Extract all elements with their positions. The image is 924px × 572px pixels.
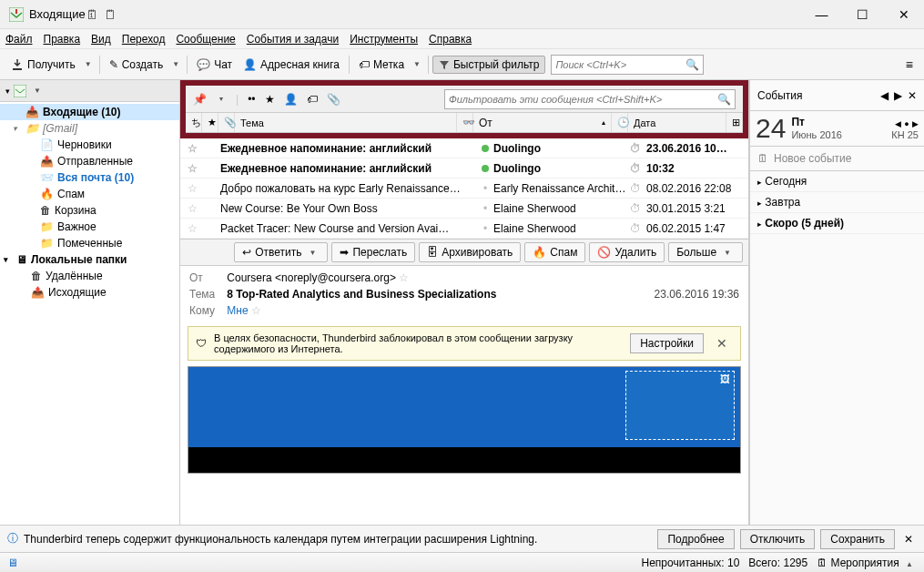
forward-button[interactable]: ➡Переслать: [331, 242, 415, 262]
minimize-button[interactable]: —: [801, 2, 842, 27]
column-picker[interactable]: ⊞: [726, 113, 743, 132]
star-contact-icon[interactable]: ☆: [399, 271, 409, 284]
from-value[interactable]: Coursera <noreply@coursera.org>: [227, 271, 396, 284]
junk-column[interactable]: 🕒: [612, 113, 628, 132]
menu-help[interactable]: Справка: [429, 33, 472, 46]
folder-исходящие[interactable]: 📤Исходящие: [0, 284, 179, 301]
tag-button[interactable]: 🏷 Метка: [353, 56, 410, 74]
save-button[interactable]: Сохранить: [820, 529, 895, 549]
soon-section[interactable]: ▸ Скоро (5 дней): [750, 213, 924, 234]
search-icon[interactable]: 🔍: [685, 58, 699, 71]
folder-вся-почта-10-[interactable]: 📨Вся почта (10): [0, 169, 179, 186]
get-mail-button[interactable]: Получить: [5, 56, 81, 74]
star-me-icon[interactable]: ☆: [251, 304, 261, 317]
menu-message[interactable]: Сообщение: [176, 33, 235, 46]
addressbook-button[interactable]: 👤 Адресная книга: [238, 56, 345, 74]
message-row[interactable]: ☆Ежедневное напоминание: английскийDuoli…: [180, 138, 748, 158]
menu-go[interactable]: Переход: [122, 33, 166, 46]
message-row[interactable]: ☆Добро пожаловать на курс Early Renaissa…: [180, 179, 748, 199]
from-column[interactable]: От▴: [473, 113, 612, 132]
menu-button[interactable]: ≡: [900, 57, 919, 72]
star-icon[interactable]: ☆: [184, 202, 200, 215]
security-settings-button[interactable]: Настройки: [630, 333, 704, 353]
date-column[interactable]: Дата: [628, 113, 726, 132]
star-filter-icon[interactable]: ★: [265, 93, 275, 106]
close-button[interactable]: ✕: [883, 2, 924, 27]
folder-помеченные[interactable]: 📁Помеченные: [0, 235, 179, 251]
star-icon[interactable]: ☆: [184, 182, 200, 195]
message-body[interactable]: [188, 366, 741, 474]
menu-edit[interactable]: Правка: [44, 33, 81, 46]
close-icon[interactable]: ✕: [908, 89, 917, 102]
folder-важное[interactable]: 📁Важное: [0, 219, 179, 235]
contact-filter-icon[interactable]: 👤: [284, 93, 298, 106]
statusbar: 🖥 Непрочитанных: 10 Всего: 1295 🗓 Меропр…: [0, 552, 924, 572]
message-row[interactable]: ☆New Course: Be Your Own Boss•Elaine She…: [180, 199, 748, 219]
prev-icon[interactable]: ◀: [880, 89, 888, 102]
attachment-filter-icon[interactable]: 📎: [327, 93, 340, 106]
folder-входящие-10-[interactable]: 📥Входящие (10): [0, 104, 179, 120]
message-row[interactable]: ☆Packet Tracer: New Course and Version A…: [180, 219, 748, 239]
folder-локальные-папки[interactable]: ▾🖥Локальные папки: [0, 251, 179, 268]
folder-удал-нные[interactable]: 🗑Удалённые: [0, 268, 179, 284]
agenda-toggle[interactable]: 🗓 Мероприятия ▲: [817, 557, 917, 569]
spam-button[interactable]: 🔥Спам: [524, 242, 585, 262]
star-icon[interactable]: ☆: [184, 162, 200, 175]
folder-отправленные[interactable]: 📤Отправленные: [0, 153, 179, 169]
next-icon[interactable]: ▶: [894, 89, 902, 102]
calendar-toggle-icon[interactable]: 🗓: [86, 7, 98, 22]
dropdown-icon[interactable]: ▼: [30, 87, 45, 95]
pin-icon[interactable]: 📌: [193, 93, 207, 106]
dropdown-icon[interactable]: ▼: [168, 60, 183, 68]
message-header: От Coursera <noreply@coursera.org> ☆ Тем…: [180, 266, 748, 321]
menu-view[interactable]: Вид: [91, 33, 111, 46]
archive-button[interactable]: 🗄Архивировать: [419, 242, 521, 262]
quick-filter-toggle[interactable]: Быстрый фильтр: [432, 56, 545, 74]
maximize-button[interactable]: ☐: [842, 2, 883, 27]
thread-column[interactable]: ち: [186, 113, 202, 132]
folder-корзина[interactable]: 🗑Корзина: [0, 202, 179, 219]
unread-filter-icon[interactable]: ••: [248, 93, 255, 106]
more-button[interactable]: Больше▼: [668, 242, 743, 262]
delete-button[interactable]: 🚫Удалить: [589, 242, 665, 262]
star-icon[interactable]: ☆: [184, 222, 200, 235]
search-icon[interactable]: 🔍: [717, 93, 731, 106]
disable-button[interactable]: Отключить: [740, 529, 816, 549]
menu-events[interactable]: События и задачи: [247, 33, 339, 46]
folder-черновики[interactable]: 📄Черновики: [0, 137, 179, 153]
read-column[interactable]: 👓: [457, 113, 473, 132]
search-input[interactable]: [555, 59, 685, 70]
star-column[interactable]: ★: [202, 113, 218, 132]
star-icon[interactable]: ☆: [184, 142, 200, 155]
menu-tools[interactable]: Инструменты: [350, 33, 418, 46]
menu-file[interactable]: Файл: [5, 33, 33, 46]
next-day-icon[interactable]: ▶: [912, 119, 919, 128]
tag-filter-icon[interactable]: 🏷: [307, 93, 318, 106]
activity-icon[interactable]: 🖥: [7, 557, 18, 569]
compose-button[interactable]: ✎ Создать: [104, 56, 169, 74]
folder-спам[interactable]: 🔥Спам: [0, 186, 179, 202]
close-icon[interactable]: ✕: [900, 533, 917, 546]
expand-icon[interactable]: ▾: [5, 87, 10, 96]
message-row[interactable]: ☆Ежедневное напоминание: английскийDuoli…: [180, 158, 748, 179]
filter-input[interactable]: [449, 94, 717, 105]
dropdown-icon[interactable]: ▼: [410, 60, 424, 68]
tomorrow-section[interactable]: ▸ Завтра: [750, 192, 924, 213]
global-search[interactable]: 🔍: [551, 55, 704, 75]
today-section[interactable]: ▸ Сегодня: [750, 171, 924, 192]
dropdown-icon[interactable]: ▼: [81, 60, 96, 68]
tasks-toggle-icon[interactable]: 🗒: [104, 7, 117, 22]
filter-search[interactable]: 🔍: [444, 89, 736, 109]
inbox-quick-icon[interactable]: [14, 85, 26, 97]
subject-column[interactable]: Тема: [235, 113, 457, 132]
more-info-button[interactable]: Подробнее: [657, 529, 734, 549]
today-icon[interactable]: ●: [904, 119, 909, 128]
attach-column[interactable]: 📎: [218, 113, 235, 132]
reply-button[interactable]: ↩Ответить▼: [234, 242, 328, 262]
chat-button[interactable]: 💬 Чат: [191, 56, 238, 74]
new-event-row[interactable]: 🗓 Новое событие: [750, 147, 924, 171]
folder--gmail-[interactable]: ▾📁[Gmail]: [0, 120, 179, 137]
close-icon[interactable]: ✕: [711, 336, 733, 351]
prev-day-icon[interactable]: ◀: [895, 119, 901, 128]
to-value[interactable]: Мне: [227, 304, 248, 317]
